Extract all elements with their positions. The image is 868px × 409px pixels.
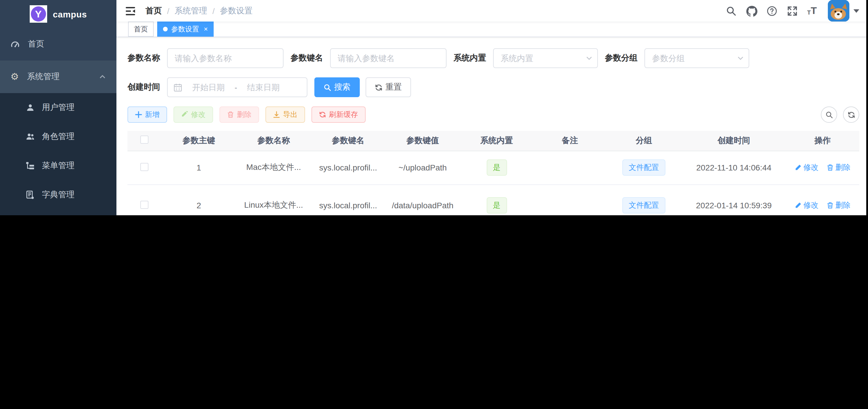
top-navbar: 首页 / 系统管理 / 参数设置 <box>117 0 866 22</box>
param-name-input[interactable] <box>167 48 283 68</box>
cell-param-name: Mac本地文件... <box>237 151 310 184</box>
tab-home[interactable]: 首页 <box>128 22 154 37</box>
sidebar-item-label: 用户管理 <box>42 102 74 113</box>
cell-param-value: ~/uploadPath <box>386 151 459 184</box>
main-area: 首页 / 系统管理 / 参数设置 <box>117 0 866 215</box>
sidebar-item-label: 角色管理 <box>42 132 74 142</box>
search-icon <box>825 111 833 118</box>
row-edit-link[interactable]: 修改 <box>795 200 818 211</box>
edit-icon <box>795 202 802 209</box>
page-content: 参数名称 参数键名 系统内置 参数分组 <box>117 37 866 215</box>
trash-icon <box>827 202 834 209</box>
sidebar-fold-icon[interactable] <box>125 5 136 16</box>
sidebar-item-system[interactable]: ⚙ 系统管理 <box>0 61 117 93</box>
screen-canvas: Y campus 首页 ⚙ 系统管理 用户管理 <box>0 0 868 409</box>
builtin-select[interactable] <box>493 48 598 68</box>
row-delete-link[interactable]: 删除 <box>827 162 850 173</box>
avatar[interactable] <box>828 0 849 22</box>
row-checkbox[interactable] <box>140 200 148 209</box>
search-form-row-1: 参数名称 参数键名 系统内置 参数分组 <box>127 48 859 68</box>
sidebar-item-home[interactable]: 首页 <box>0 28 117 61</box>
row-delete-link[interactable]: 删除 <box>827 200 850 211</box>
github-icon[interactable] <box>746 5 756 16</box>
breadcrumb-current: 参数设置 <box>220 5 253 16</box>
fullscreen-icon[interactable] <box>787 5 797 16</box>
cell-builtin: 是 <box>459 151 534 184</box>
col-remark: 备注 <box>534 131 606 151</box>
edit-button[interactable]: 修改 <box>174 106 213 123</box>
sidebar-item-menus[interactable]: 菜单管理 <box>0 151 117 180</box>
col-group: 分组 <box>606 131 682 151</box>
sidebar-logo[interactable]: Y campus <box>0 0 117 28</box>
cell-param-value: /data/uploadPath <box>386 184 459 215</box>
sidebar-item-label: 菜单管理 <box>42 161 74 171</box>
sidebar-item-users[interactable]: 用户管理 <box>0 93 117 122</box>
table-header-row: 参数主键 参数名称 参数键名 参数键值 系统内置 备注 分组 创建时间 操作 <box>127 131 859 151</box>
cell-param-id: 2 <box>161 184 237 215</box>
sidebar-item-label: 字典管理 <box>42 190 74 200</box>
refresh-icon <box>319 111 326 118</box>
sidebar: Y campus 首页 ⚙ 系统管理 用户管理 <box>0 0 117 215</box>
table-row: 1 Mac本地文件... sys.local.profil... ~/uploa… <box>127 151 859 184</box>
group-select-input[interactable] <box>645 48 749 68</box>
user-menu[interactable] <box>828 0 859 22</box>
cell-actions: 修改删除 <box>786 184 859 215</box>
start-date-input[interactable] <box>185 82 232 92</box>
param-name-label: 参数名称 <box>127 53 160 63</box>
col-param-id: 参数主键 <box>161 131 237 151</box>
help-icon[interactable] <box>767 5 777 16</box>
cell-created: 2022-01-14 10:59:39 <box>682 184 786 215</box>
search-button[interactable]: 搜索 <box>314 77 360 97</box>
sidebar-item-label: 首页 <box>28 39 44 49</box>
tab-active-params[interactable]: 参数设置 × <box>157 22 214 37</box>
cell-group: 文件配置 <box>606 151 682 184</box>
breadcrumb-separator: / <box>213 6 215 15</box>
font-size-icon[interactable]: TT <box>807 6 817 16</box>
reset-button[interactable]: 重置 <box>366 77 411 97</box>
refresh-cache-button[interactable]: 刷新缓存 <box>311 106 366 123</box>
cell-param-name: Linux本地文件... <box>237 184 310 215</box>
date-range-separator: - <box>235 83 237 92</box>
col-param-value: 参数键值 <box>386 131 459 151</box>
breadcrumb: 首页 / 系统管理 / 参数设置 <box>146 5 253 16</box>
table-row: 2 Linux本地文件... sys.local.profil... /data… <box>127 184 859 215</box>
header-search-icon[interactable] <box>726 5 736 16</box>
row-edit-link[interactable]: 修改 <box>795 162 818 173</box>
download-icon <box>273 111 280 118</box>
cell-remark <box>534 184 606 215</box>
col-actions: 操作 <box>786 131 859 151</box>
chevron-up-icon <box>99 73 106 80</box>
navbar-actions: TT <box>726 0 859 22</box>
breadcrumb-home[interactable]: 首页 <box>146 5 162 16</box>
sidebar-item-dicts[interactable]: 字典管理 <box>0 180 117 209</box>
builtin-select-input[interactable] <box>493 48 598 68</box>
create-time-label: 创建时间 <box>127 82 160 93</box>
param-key-input[interactable] <box>330 48 446 68</box>
sidebar-item-label: 系统管理 <box>27 72 60 82</box>
refresh-table-button[interactable] <box>843 106 859 123</box>
toggle-search-button[interactable] <box>821 106 837 123</box>
add-button[interactable]: 新增 <box>127 106 167 123</box>
cell-actions: 修改删除 <box>786 151 859 184</box>
date-range-picker[interactable]: - <box>167 77 307 97</box>
sidebar-submenu-system: 用户管理 角色管理 菜单管理 字典管理 <box>0 93 117 215</box>
builtin-tag: 是 <box>486 197 507 213</box>
cell-remark <box>534 151 606 184</box>
end-date-input[interactable] <box>240 82 287 92</box>
active-dot <box>163 27 168 31</box>
row-checkbox[interactable] <box>140 163 148 171</box>
sidebar-item-roles[interactable]: 角色管理 <box>0 122 117 151</box>
export-button[interactable]: 导出 <box>266 106 305 123</box>
group-select[interactable] <box>645 48 749 68</box>
select-all-checkbox[interactable] <box>140 136 148 144</box>
cell-builtin: 是 <box>459 184 534 215</box>
group-tag: 文件配置 <box>622 160 665 176</box>
params-table: 参数主键 参数名称 参数键名 参数键值 系统内置 备注 分组 创建时间 操作 <box>127 131 859 215</box>
refresh-icon <box>375 83 382 91</box>
peoples-icon <box>26 132 35 141</box>
builtin-tag: 是 <box>486 160 507 176</box>
close-icon[interactable]: × <box>204 26 208 33</box>
user-icon <box>26 103 35 112</box>
group-label: 参数分组 <box>605 53 638 63</box>
delete-button[interactable]: 删除 <box>219 106 259 123</box>
